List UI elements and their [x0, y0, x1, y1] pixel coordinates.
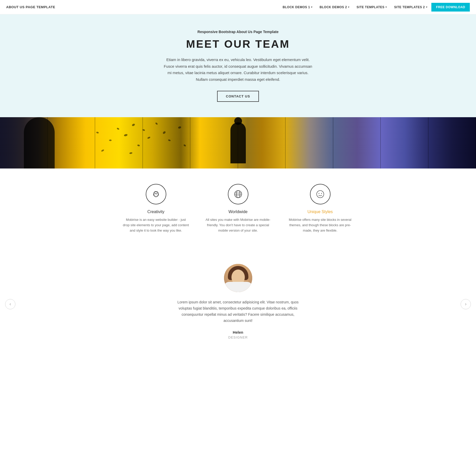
- creativity-icon-container: [146, 184, 166, 204]
- nav-link-block-demos-2[interactable]: BLOCK DEMOS 2 ▾: [317, 3, 353, 11]
- testimonial-role: DESIGNER: [10, 335, 466, 339]
- worldwide-title: Worldwide: [205, 210, 271, 214]
- feature-creativity: Creativity Mobirise is an easy website b…: [123, 184, 189, 233]
- nav-item-block-demos-1[interactable]: BLOCK DEMOS 1 ▾: [280, 3, 316, 11]
- testimonial-quote: Lorem ipsum dolor sit amet, consectetur …: [177, 299, 300, 324]
- prev-icon: ‹: [9, 301, 11, 307]
- feature-worldwide: Worldwide All sites you make with Mobiri…: [205, 184, 271, 233]
- unique-styles-desc: Mobirise offers many site blocks in seve…: [287, 217, 354, 233]
- silhouette-left: [24, 117, 55, 168]
- bar-9: [381, 117, 429, 168]
- hero-description: Etiam in libero gravida, viverra ex eu, …: [164, 56, 313, 83]
- features-grid: Creativity Mobirise is an easy website b…: [123, 184, 354, 233]
- svg-point-19: [317, 191, 324, 198]
- nav-link-block-demos-1[interactable]: BLOCK DEMOS 1 ▾: [280, 3, 316, 11]
- dropdown-caret-1: ▾: [311, 6, 313, 8]
- svg-point-20: [318, 193, 319, 194]
- navbar-brand: ABOUT US PAGE TEMPLATE: [6, 5, 55, 9]
- unique-styles-title: Unique Styles: [287, 210, 354, 214]
- avatar-shoulder: [224, 282, 252, 292]
- hero-subtitle: Responsive Bootstrap About Us Page Templ…: [10, 30, 466, 34]
- testimonial-name: Helen: [10, 330, 466, 334]
- nav-link-site-templates-2[interactable]: SITE TEMPLATES 2 ▾: [391, 3, 430, 11]
- creativity-desc: Mobirise is an easy website builder - ju…: [123, 217, 189, 233]
- nav-item-site-templates[interactable]: SITE TEMPLATES ▾: [354, 3, 390, 11]
- dropdown-caret-3: ▾: [385, 6, 387, 8]
- next-icon: ›: [465, 301, 467, 307]
- bar-4: [143, 117, 191, 168]
- dropdown-caret-2: ▾: [348, 6, 349, 8]
- navbar: ABOUT US PAGE TEMPLATE BLOCK DEMOS 1 ▾ B…: [0, 0, 476, 14]
- testimonial-section: ‹ Lorem ipsum dolor sit amet, consectetu…: [0, 249, 476, 360]
- carousel-prev-button[interactable]: ‹: [5, 299, 15, 309]
- nav-menu: BLOCK DEMOS 1 ▾ BLOCK DEMOS 2 ▾ SITE TEM…: [280, 3, 470, 12]
- worldwide-desc: All sites you make with Mobirise are mob…: [205, 217, 271, 233]
- bar-7: [286, 117, 333, 168]
- hero-section: Responsive Bootstrap About Us Page Templ…: [0, 14, 476, 117]
- hero-title: MEET OUR TEAM: [10, 38, 466, 50]
- bar-2: [48, 117, 95, 168]
- brain-icon: [150, 189, 162, 200]
- feature-unique-styles: Unique Styles Mobirise offers many site …: [287, 184, 354, 233]
- smiley-icon: [315, 189, 326, 200]
- dropdown-caret-4: ▾: [426, 6, 428, 8]
- bar-8: [333, 117, 381, 168]
- svg-point-21: [321, 193, 322, 194]
- carousel-next-button[interactable]: ›: [461, 299, 471, 309]
- bar-10: [429, 117, 476, 168]
- silhouette-center: [230, 122, 246, 163]
- features-section: Creativity Mobirise is an easy website b…: [0, 168, 476, 249]
- bar-3: [95, 117, 143, 168]
- testimonial-avatar: [224, 264, 252, 292]
- nav-item-site-templates-2[interactable]: SITE TEMPLATES 2 ▾: [391, 3, 430, 11]
- contact-us-button[interactable]: CONTACT US: [217, 91, 259, 102]
- banner-image: [0, 117, 476, 168]
- creativity-title: Creativity: [123, 210, 189, 214]
- nav-item-download[interactable]: FREE DOWNLOAD: [431, 3, 470, 12]
- worldwide-icon-container: [228, 184, 248, 204]
- globe-icon: [232, 189, 244, 200]
- nav-item-block-demos-2[interactable]: BLOCK DEMOS 2 ▾: [317, 3, 353, 11]
- unique-styles-icon-container: [310, 184, 331, 204]
- nav-link-site-templates[interactable]: SITE TEMPLATES ▾: [354, 3, 390, 11]
- free-download-button[interactable]: FREE DOWNLOAD: [431, 3, 470, 12]
